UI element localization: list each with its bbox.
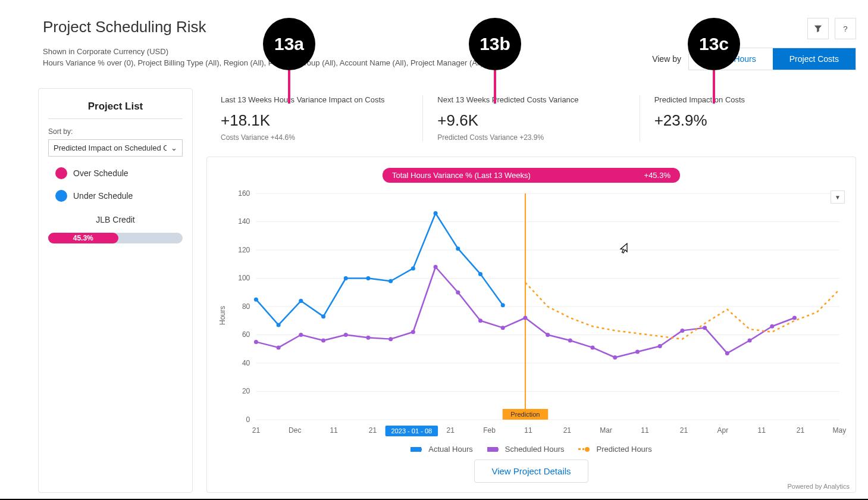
view-project-details-button[interactable]: View Project Details [474,460,588,483]
svg-text:140: 140 [238,218,250,226]
svg-point-25 [321,314,325,318]
svg-text:20: 20 [242,388,250,396]
svg-text:Mar: Mar [600,426,612,435]
metric-value: +23.9% [654,111,842,130]
svg-text:May: May [833,426,847,435]
svg-point-43 [456,290,460,295]
svg-text:11: 11 [330,426,338,435]
svg-point-53 [680,329,684,333]
blue-dot-icon [55,190,67,202]
help-icon-button[interactable]: ? [835,18,856,39]
project-variance-fill: 45.3% [48,233,118,243]
svg-text:100: 100 [238,274,250,283]
filter-icon-button[interactable] [807,18,829,39]
chart-menu-dropdown[interactable]: ▼ [831,190,845,204]
svg-point-31 [456,246,460,251]
svg-point-51 [635,350,640,354]
svg-text:0: 0 [246,415,250,424]
svg-point-39 [366,336,370,340]
variance-banner: Total Hours Variance % (Last 13 Weeks) +… [383,168,680,183]
svg-text:11: 11 [757,426,766,435]
svg-point-33 [501,303,505,307]
funnel-icon [814,24,822,33]
svg-point-58 [792,316,797,320]
pink-dot-icon [55,167,67,179]
svg-point-50 [613,355,617,360]
svg-point-28 [388,279,393,283]
svg-point-46 [523,316,527,320]
sort-selected-text: Predicted Impact on Scheduled Co [54,143,167,152]
toggle-project-costs[interactable]: Project Costs [773,48,856,70]
svg-text:21: 21 [563,426,572,435]
svg-text:80: 80 [242,302,250,311]
cursor-icon [618,243,628,258]
svg-text:21: 21 [680,426,688,435]
hours-line-chart[interactable]: 020406080100120140160HoursPrediction21De… [214,188,848,443]
project-name[interactable]: JLB Credit [48,215,183,224]
svg-point-38 [344,333,348,337]
project-list-panel: Project List Sort by: Predicted Impact o… [38,88,193,493]
chevron-down-icon: ⌄ [171,143,177,152]
svg-text:160: 160 [238,189,250,198]
svg-point-49 [591,345,595,349]
svg-point-37 [321,339,325,343]
svg-point-34 [254,340,258,344]
svg-text:21: 21 [369,426,377,435]
sort-dropdown[interactable]: Predicted Impact on Scheduled Co ⌄ [48,139,183,157]
legend-over-schedule: Over Schedule [48,167,183,179]
svg-point-23 [277,323,281,327]
svg-text:60: 60 [242,331,250,339]
svg-point-45 [501,326,505,330]
svg-point-22 [254,298,258,302]
svg-text:11: 11 [641,426,649,435]
metric-predicted-impact: Predicted Impact on Costs +23.9% [640,95,856,142]
sidebar-title: Project List [48,101,183,119]
annotation-stem [288,70,290,104]
metric-label: Next 13 Weeks Predicted Costs Variance [437,95,625,104]
svg-point-35 [277,345,281,349]
svg-text:11: 11 [524,426,532,435]
annotation-stem [494,70,496,104]
svg-point-52 [658,344,662,348]
svg-text:Feb: Feb [483,426,496,435]
svg-text:21: 21 [447,426,455,435]
svg-point-26 [344,276,348,280]
svg-point-41 [411,330,415,334]
svg-point-47 [546,333,550,337]
chart-legend: Actual Hours Scheduled Hours Predicted H… [214,445,848,454]
svg-point-54 [703,326,707,330]
svg-text:Dec: Dec [289,426,301,435]
svg-text:Prediction: Prediction [510,411,540,418]
legend-scheduled: Scheduled Hours [487,445,565,454]
annotation-circle: 13b [469,18,521,70]
svg-point-32 [478,272,482,276]
svg-text:Hours: Hours [218,306,227,325]
legend-actual: Actual Hours [411,445,472,454]
metric-value: +9.6K [437,111,625,130]
metric-sub: Costs Variance +44.6% [221,133,408,142]
svg-point-40 [388,337,393,341]
powered-by-label: Powered by Analytics [787,483,850,490]
page-title: Project Scheduling Risk [43,18,868,36]
svg-text:Apr: Apr [717,426,728,435]
svg-text:21: 21 [252,426,261,435]
chart-panel: Total Hours Variance % (Last 13 Weeks) +… [206,157,856,493]
question-icon: ? [843,24,847,33]
svg-point-57 [770,324,774,329]
over-schedule-label: Over Schedule [73,168,129,178]
under-schedule-label: Under Schedule [73,191,133,201]
svg-text:2023 - 01 - 08: 2023 - 01 - 08 [391,427,432,435]
svg-text:21: 21 [797,426,805,435]
metric-next-13-weeks: Next 13 Weeks Predicted Costs Variance +… [422,95,639,142]
metric-value: +18.1K [221,111,408,130]
svg-point-44 [478,318,482,323]
banner-label: Total Hours Variance % (Last 13 Weeks) [392,171,531,180]
legend-predicted: Predicted Hours [578,445,651,454]
svg-text:120: 120 [238,246,250,254]
svg-point-48 [568,339,572,343]
metric-label: Predicted Impact on Costs [654,95,842,104]
metric-sub: Predicted Costs Variance +23.9% [437,133,625,142]
svg-text:40: 40 [242,359,250,367]
project-variance-bar[interactable]: 45.3% [48,233,183,243]
annotation-circle: 13a [263,18,315,70]
